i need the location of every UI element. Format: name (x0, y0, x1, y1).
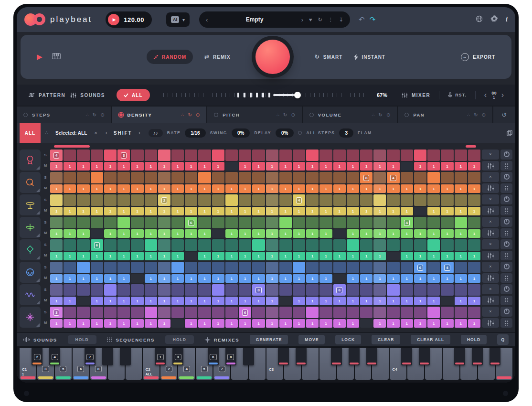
pattern-step[interactable]: 1 (77, 162, 89, 171)
shuffle-icon[interactable]: × (94, 130, 97, 136)
pattern-step[interactable]: 1 (347, 207, 359, 215)
pattern-step[interactable]: 1 (198, 184, 211, 193)
density-step[interactable] (319, 307, 332, 318)
pattern-step[interactable]: 1 (185, 162, 197, 171)
density-step[interactable] (171, 239, 184, 251)
pattern-step[interactable]: 1 (360, 274, 372, 283)
density-step[interactable] (306, 194, 319, 206)
black-key[interactable] (102, 348, 113, 365)
pattern-step[interactable]: 1 (50, 229, 63, 238)
pattern-step[interactable]: 1 (225, 207, 238, 215)
density-step[interactable] (131, 262, 143, 273)
pattern-step[interactable]: 1 (131, 319, 143, 328)
density-step[interactable] (360, 217, 372, 228)
track-icon-shaker[interactable] (20, 239, 41, 260)
density-step[interactable]: 4 (293, 194, 305, 206)
tab-pan[interactable]: PAN∴↻⊙ (398, 107, 493, 123)
drag-handle[interactable] (500, 273, 512, 283)
density-step[interactable] (64, 262, 76, 273)
remix-button[interactable]: ⇄ REMIX (204, 53, 231, 60)
pattern-step[interactable]: 1 (104, 319, 117, 328)
density-step[interactable] (252, 239, 265, 251)
pattern-step[interactable]: 1 (373, 274, 386, 283)
density-step[interactable] (198, 172, 211, 183)
density-step[interactable] (185, 194, 197, 206)
density-step[interactable] (306, 284, 319, 296)
pattern-step[interactable] (185, 252, 197, 260)
black-key[interactable] (243, 348, 254, 365)
density-step[interactable] (387, 284, 399, 296)
density-step[interactable] (266, 262, 278, 273)
pattern-step[interactable]: 1 (455, 252, 467, 260)
pattern-step[interactable]: 1 (279, 162, 292, 171)
pattern-step[interactable]: 1 (373, 319, 386, 328)
drag-handle[interactable] (500, 228, 512, 238)
pattern-step[interactable]: 1 (455, 184, 467, 193)
reset-button[interactable]: RST. (448, 92, 467, 98)
pattern-step[interactable]: 1 (333, 319, 346, 328)
density-step[interactable] (50, 217, 63, 228)
pattern-step[interactable]: 1 (387, 207, 399, 215)
pattern-step[interactable]: 1 (387, 319, 399, 328)
pattern-step[interactable]: 1 (158, 252, 170, 260)
density-step[interactable] (347, 284, 359, 296)
pattern-step[interactable]: 1 (145, 274, 157, 283)
pattern-step[interactable]: 1 (104, 229, 117, 238)
note-value-icon[interactable]: ♪♪ (149, 129, 163, 137)
density-step[interactable] (198, 307, 211, 318)
density-step[interactable] (239, 239, 251, 251)
drag-handle[interactable] (500, 296, 512, 306)
density-step[interactable] (455, 150, 467, 161)
pattern-step[interactable]: 1 (468, 297, 480, 305)
density-step[interactable] (77, 239, 89, 251)
mute-button[interactable]: × (482, 239, 499, 249)
mute-button[interactable]: × (482, 262, 499, 272)
density-step[interactable] (212, 239, 224, 251)
transport-play-icon[interactable]: ▶ (37, 53, 43, 61)
pattern-step[interactable]: 1 (225, 319, 238, 328)
pattern-step[interactable]: 1 (198, 207, 211, 215)
undo-button[interactable]: ↶ (359, 15, 365, 24)
density-step[interactable] (117, 307, 130, 318)
pattern-step[interactable]: 1 (279, 252, 292, 260)
pattern-step[interactable]: 1 (77, 207, 89, 215)
density-step[interactable] (145, 239, 157, 251)
density-step[interactable] (131, 150, 143, 161)
pattern-step[interactable]: 1 (401, 319, 413, 328)
tab-volume[interactable]: VOLUME∴↻⊙ (303, 107, 398, 123)
density-step[interactable] (225, 239, 238, 251)
tabs-reset-button[interactable]: ↺ (493, 107, 515, 123)
pattern-step[interactable]: 1 (360, 207, 372, 215)
density-step[interactable] (360, 239, 372, 251)
pattern-step[interactable]: 1 (252, 274, 265, 283)
density-step[interactable] (77, 284, 89, 296)
density-step[interactable] (347, 239, 359, 251)
density-step[interactable] (401, 239, 413, 251)
pattern-step[interactable]: 1 (212, 184, 224, 193)
slider-knob[interactable] (294, 92, 301, 98)
filter-sliders-button[interactable] (482, 296, 499, 306)
expand-handle[interactable] (36, 323, 40, 327)
density-step[interactable] (77, 150, 89, 161)
pattern-step[interactable]: 1 (455, 319, 467, 328)
density-step[interactable] (387, 150, 399, 161)
density-step[interactable] (198, 284, 211, 296)
pattern-step[interactable]: 1 (171, 229, 184, 238)
density-step[interactable]: 6 (91, 239, 103, 251)
density-step[interactable] (77, 172, 89, 183)
density-step[interactable] (225, 172, 238, 183)
pattern-step[interactable]: 1 (360, 252, 372, 260)
pattern-step[interactable]: 1 (50, 207, 63, 215)
generate-button[interactable]: GENERATE (250, 335, 288, 344)
density-step[interactable] (212, 194, 224, 206)
pattern-step[interactable]: 1 (455, 162, 467, 171)
density-step[interactable] (239, 262, 251, 273)
density-step[interactable] (360, 262, 372, 273)
density-step[interactable]: 2 (158, 194, 170, 206)
pattern-step[interactable]: 1 (64, 274, 76, 283)
density-step[interactable] (441, 284, 453, 296)
pattern-step[interactable]: 1 (427, 184, 440, 193)
pattern-step[interactable]: 1 (225, 252, 238, 260)
cycle-icon[interactable]: ↻ (318, 17, 322, 23)
page-prev-button[interactable]: ‹ (484, 91, 487, 99)
